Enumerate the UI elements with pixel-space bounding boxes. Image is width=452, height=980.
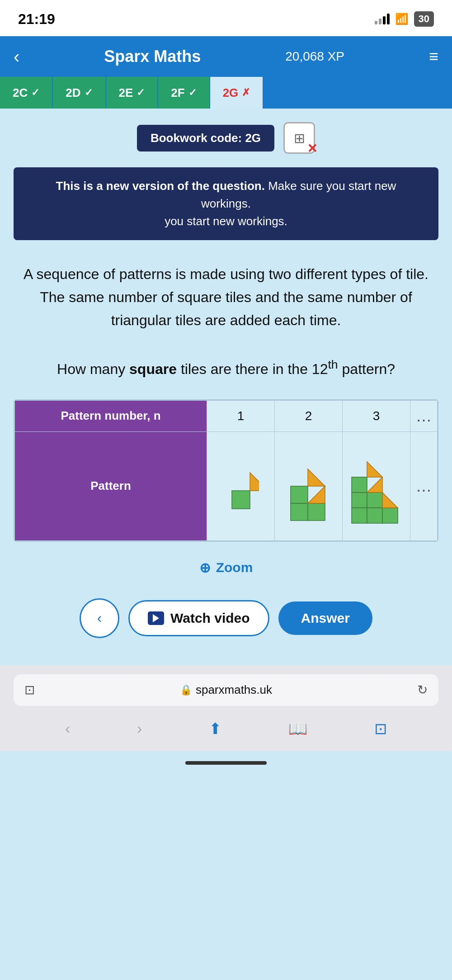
back-button[interactable]: ‹ [80,598,119,638]
tab-2c[interactable]: 2C ✓ [0,77,53,109]
browser-bar: ⊡ 🔒 sparxmaths.uk ↻ [14,674,438,706]
pattern-label-cell: Pattern [15,431,207,540]
tab-2d[interactable]: 2D ✓ [53,77,106,109]
browser-url-bar[interactable]: 🔒 sparxmaths.uk [180,683,272,697]
header-col-3: 3 [343,400,410,431]
tab-2f-label: 2F [171,86,184,100]
tab-2c-check: ✓ [31,87,39,99]
question-bold-word: square [129,361,177,377]
svg-rect-10 [367,492,382,508]
refresh-icon[interactable]: ↻ [417,682,428,697]
question-superscript: th [328,358,338,372]
watch-video-label: Watch video [170,611,250,626]
tabs-row: 2C ✓ 2D ✓ 2E ✓ 2F ✓ 2G ✗ [0,77,452,109]
header-col-2: 2 [275,400,343,431]
svg-marker-13 [367,462,382,477]
header-dots: … [410,400,438,431]
battery-icon: 30 [414,11,434,27]
pattern-cell-3 [343,431,410,540]
tab-2c-label: 2C [13,86,28,100]
browser-forward-button[interactable]: › [137,720,142,737]
browser-tabs-icon: ⊡ [24,682,35,697]
question-text: A sequence of patterns is made using two… [0,249,452,390]
pattern-cell-2 [275,431,343,540]
browser-back-button[interactable]: ‹ [65,720,70,737]
header-col-1: 1 [207,400,275,431]
svg-rect-12 [382,508,398,523]
wifi-icon: 📶 [395,13,409,25]
svg-marker-15 [382,492,398,508]
menu-icon[interactable]: ≡ [429,47,438,66]
svg-marker-5 [308,469,325,486]
notice-banner: This is a new version of the question. M… [14,167,438,240]
browser-nav: ‹ › ⬆ 📖 ⊡ [14,710,438,747]
svg-rect-0 [232,491,250,509]
svg-rect-9 [352,508,367,523]
svg-marker-6 [308,486,325,503]
browser-chrome: ⊡ 🔒 sparxmaths.uk ↻ ‹ › ⬆ 📖 ⊡ [0,665,452,751]
home-indicator [0,751,452,771]
pattern-table-container: Pattern number, n 1 2 3 … Pattern [14,399,438,542]
calculator-icon: ⊞ ✕ [283,122,315,154]
tab-2e-label: 2E [119,86,133,100]
pattern-table: Pattern number, n 1 2 3 … Pattern [14,400,438,541]
zoom-area: ⊕ Zoom [0,546,452,589]
svg-rect-8 [352,492,367,508]
tab-2d-check: ✓ [85,87,93,99]
xp-display: 20,068 XP [285,49,344,64]
svg-rect-7 [352,477,367,492]
calc-x-icon: ✕ [307,141,317,156]
status-bar: 21:19 📶 30 [0,0,452,36]
zoom-button[interactable]: ⊕ Zoom [199,560,253,576]
zoom-icon: ⊕ [199,560,211,576]
answer-button[interactable]: Answer [278,601,372,635]
answer-label: Answer [301,611,350,625]
tab-2f-check: ✓ [188,87,197,99]
zoom-label: Zoom [216,560,253,575]
header-pattern-number: Pattern number, n [15,400,207,431]
question-intro: A sequence of patterns is made using two… [24,266,428,328]
svg-rect-11 [367,508,382,523]
svg-rect-2 [291,486,308,503]
status-icons: 📶 30 [375,11,434,27]
pattern-1-svg [223,459,259,513]
pattern-3-svg [349,441,404,531]
notice-line2: you start new workings. [165,214,287,228]
home-bar [185,761,267,765]
notice-bold: This is a new version of the question. [56,179,265,193]
svg-marker-1 [250,473,259,491]
nav-bar: ‹ Sparx Maths 20,068 XP ≡ [0,36,452,77]
browser-url-text: sparxmaths.uk [196,683,272,697]
pattern-cell-1 [207,431,275,540]
svg-rect-4 [308,503,325,521]
watch-video-button[interactable]: Watch video [128,600,269,636]
pattern-dots: … [410,431,438,540]
bookwork-badge: Bookwork code: 2G [137,125,274,151]
tab-2d-label: 2D [66,86,80,100]
tab-2e-check: ✓ [137,87,145,99]
tab-2g-x: ✗ [242,87,250,99]
tab-2g[interactable]: 2G ✗ [210,77,264,109]
back-icon: ‹ [97,610,102,626]
browser-bookmarks-button[interactable]: 📖 [288,720,307,738]
bookwork-area: Bookwork code: 2G ⊞ ✕ [0,109,452,158]
calc-inner-icon: ⊞ [294,130,305,146]
tab-2e[interactable]: 2E ✓ [106,77,159,109]
browser-tabs-count-button[interactable]: ⊡ [374,720,387,738]
browser-share-button[interactable]: ⬆ [209,720,221,738]
svg-marker-14 [367,477,382,492]
signal-bars-icon [375,14,390,24]
question-body: How many square tiles are there in the 1… [57,361,395,377]
lock-icon: 🔒 [180,684,192,696]
pattern-2-svg [286,450,331,522]
tab-2f[interactable]: 2F ✓ [158,77,210,109]
action-bar: ‹ Watch video Answer [0,589,452,656]
video-camera-icon [148,611,164,625]
tab-2g-label: 2G [223,86,239,100]
nav-back-button[interactable]: ‹ [14,47,19,67]
svg-rect-3 [291,503,308,521]
status-time: 21:19 [18,11,55,28]
app-title: Sparx Maths [104,47,201,66]
